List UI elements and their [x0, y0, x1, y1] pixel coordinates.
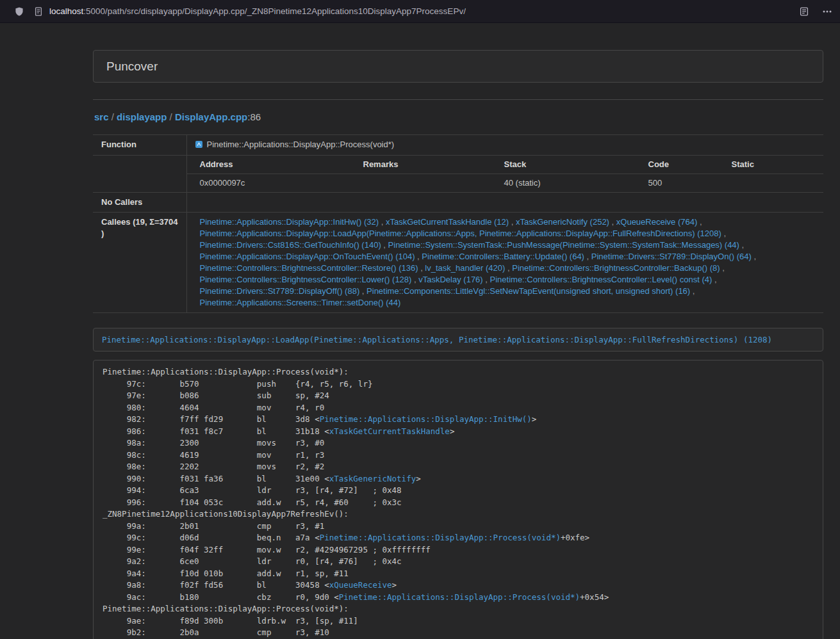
browser-toolbar: localhost:5000/path/src/displayapp/Displ… [0, 0, 840, 23]
callee-separator: , [505, 263, 512, 273]
callee-separator: , [411, 275, 418, 284]
code-value: 500 [636, 174, 719, 193]
callee-link[interactable]: xQueueReceive (764) [616, 217, 697, 227]
breadcrumb-link[interactable]: src [94, 111, 109, 122]
callee-separator: , [509, 217, 516, 227]
column-address: Address [187, 156, 350, 174]
callee-link[interactable]: Pinetime::Applications::Screens::Timer::… [200, 298, 401, 307]
callee-link[interactable]: xTaskGenericNotify (252) [516, 217, 609, 227]
callee-separator: , [609, 217, 616, 227]
remarks-value [350, 174, 491, 193]
disassembly-symbol-link[interactable]: xTaskGetCurrentTaskHandle [329, 426, 450, 436]
navbar: Puncover [93, 50, 823, 83]
function-label: Function [93, 135, 186, 156]
callee-link[interactable]: vTaskDelay (176) [418, 275, 482, 284]
callee-separator: , [415, 252, 422, 261]
callee-separator: , [739, 240, 744, 250]
snippet-box: Pinetime::Applications::DisplayApp::Load… [93, 328, 823, 352]
url-text: localhost:5000/path/src/displayapp/Displ… [49, 6, 466, 16]
metrics-values-row: 0x0000097c 40 (static) 500 [187, 174, 824, 193]
address-value: 0x0000097c [187, 174, 350, 193]
callee-link[interactable]: Pinetime::System::SystemTask::PushMessag… [388, 240, 739, 250]
callee-separator: , [379, 217, 386, 227]
callee-link[interactable]: Pinetime::Applications::DisplayApp::Load… [200, 229, 721, 238]
callee-link[interactable]: Pinetime::Drivers::Cst816S::GetTouchInfo… [200, 240, 381, 250]
metrics-label-spacer [93, 156, 186, 193]
function-row: Function Pinetime::Applications::Display… [93, 135, 823, 156]
callee-link[interactable]: Pinetime::Controllers::Battery::Update()… [422, 252, 584, 261]
no-callers-label: No Callers [93, 193, 186, 213]
metrics-row: Address Remarks Stack Code Static 0x0000… [93, 156, 823, 193]
metrics-cell: Address Remarks Stack Code Static 0x0000… [186, 156, 823, 193]
breadcrumb-separator: / [109, 111, 117, 122]
metrics-header-row: Address Remarks Stack Code Static [187, 156, 824, 174]
callee-link[interactable]: Pinetime::Controllers::BrightnessControl… [200, 275, 412, 284]
callee-link[interactable]: lv_task_handler (420) [425, 263, 505, 273]
overflow-menu-icon[interactable] [822, 6, 832, 17]
callees-label: Callees (19, Σ=3704 ) [93, 213, 186, 313]
callees-list: Pinetime::Applications::DisplayApp::Init… [186, 213, 823, 313]
callee-separator: , [359, 286, 366, 296]
stack-value: 40 (static) [491, 174, 636, 193]
callee-separator: , [720, 263, 725, 273]
breadcrumb: src / displayapp / DisplayApp.cpp:86 [93, 111, 823, 124]
callee-separator: , [752, 252, 756, 261]
callee-separator: , [584, 252, 591, 261]
metrics-table: Address Remarks Stack Code Static 0x0000… [187, 156, 824, 192]
callee-link[interactable]: Pinetime::Applications::DisplayApp::Init… [200, 217, 379, 227]
column-static: Static [719, 156, 824, 174]
column-stack: Stack [491, 156, 636, 174]
callee-separator: , [381, 240, 388, 250]
callee-link[interactable]: Pinetime::Drivers::St7789::DisplayOn() (… [591, 252, 752, 261]
page-icon [33, 6, 44, 17]
url-path: :5000/path/src/displayapp/DisplayApp.cpp… [83, 6, 466, 16]
page-container: Puncover src / displayapp / DisplayApp.c… [93, 50, 823, 639]
callee-separator: , [721, 229, 726, 238]
no-callers-cell [186, 193, 823, 213]
divider [93, 99, 823, 100]
disassembly-block: Pinetime::Applications::DisplayApp::Proc… [93, 360, 823, 639]
callee-separator: , [690, 286, 695, 296]
callee-link[interactable]: Pinetime::Controllers::BrightnessControl… [200, 263, 418, 273]
tracking-protection-shield-icon[interactable] [14, 6, 24, 17]
disassembly-symbol-link[interactable]: Pinetime::Applications::DisplayApp::Proc… [339, 592, 580, 602]
no-callers-row: No Callers [93, 193, 823, 213]
snippet-link[interactable]: Pinetime::Applications::DisplayApp::Load… [102, 335, 772, 344]
column-code: Code [636, 156, 719, 174]
brand-link[interactable]: Puncover [106, 60, 158, 74]
breadcrumb-link[interactable]: displayapp [117, 111, 167, 122]
disassembly-symbol-link[interactable]: Pinetime::Applications::DisplayApp::Proc… [320, 533, 561, 542]
callees-row: Callees (19, Σ=3704 ) Pinetime::Applicat… [93, 213, 823, 313]
reader-view-icon[interactable] [799, 6, 809, 17]
symbol-table: Function Pinetime::Applications::Display… [93, 134, 823, 313]
function-icon [195, 140, 202, 151]
function-name: Pinetime::Applications::DisplayApp::Proc… [207, 140, 395, 149]
callee-link[interactable]: xTaskGetCurrentTaskHandle (12) [386, 217, 509, 227]
callee-separator: , [712, 275, 716, 284]
static-value [719, 174, 824, 193]
breadcrumb-link[interactable]: DisplayApp.cpp [175, 111, 247, 122]
disassembly-symbol-link[interactable]: xTaskGenericNotify [329, 474, 416, 483]
breadcrumb-separator: / [167, 111, 175, 122]
callee-link[interactable]: Pinetime::Applications::DisplayApp::OnTo… [200, 252, 415, 261]
callee-separator: , [697, 217, 702, 227]
disassembly-symbol-link[interactable]: xQueueReceive [329, 580, 392, 590]
callee-link[interactable]: Pinetime::Components::LittleVgl::SetNewT… [366, 286, 690, 296]
callee-link[interactable]: Pinetime::Controllers::BrightnessControl… [512, 263, 720, 273]
function-name-cell: Pinetime::Applications::DisplayApp::Proc… [186, 135, 823, 156]
column-remarks: Remarks [350, 156, 491, 174]
url-bar[interactable]: localhost:5000/path/src/displayapp/Displ… [33, 6, 799, 17]
callee-separator: , [418, 263, 425, 273]
callee-separator: , [483, 275, 490, 284]
breadcrumb-line-number: :86 [247, 111, 261, 122]
disassembly-symbol-link[interactable]: Pinetime::Applications::DisplayApp::Init… [320, 414, 532, 424]
url-host: localhost [49, 6, 83, 16]
callee-link[interactable]: Pinetime::Drivers::St7789::DisplayOff() … [200, 286, 360, 296]
callee-link[interactable]: Pinetime::Controllers::BrightnessControl… [490, 275, 712, 284]
